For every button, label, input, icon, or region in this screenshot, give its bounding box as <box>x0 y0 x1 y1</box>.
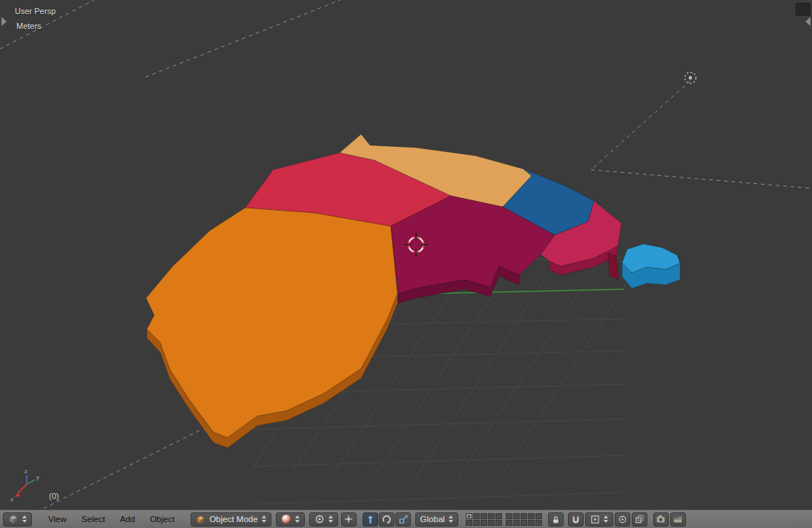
translate-icon <box>366 515 375 524</box>
rotate-icon <box>382 515 392 524</box>
layer-toggle[interactable] <box>481 513 487 519</box>
mode-select-value: Object Mode <box>209 515 257 524</box>
updown-arrows-icon <box>22 515 27 523</box>
updown-arrows-icon <box>329 515 333 523</box>
layer-toggle[interactable] <box>495 513 502 519</box>
snap-target-button[interactable] <box>615 512 630 527</box>
updown-arrows-icon <box>295 515 300 523</box>
snap-element-select[interactable] <box>585 512 613 527</box>
menu-view[interactable]: View <box>41 515 74 524</box>
layer-toggle[interactable] <box>466 513 472 519</box>
layer-toggle[interactable] <box>513 520 520 526</box>
layer-toggle[interactable] <box>506 520 512 526</box>
orientation-select[interactable]: Global <box>415 512 458 527</box>
menu-select[interactable]: Select <box>74 515 113 524</box>
layer-toggle[interactable] <box>495 520 502 526</box>
camera-icon <box>656 514 666 524</box>
layer-toggle[interactable] <box>521 513 527 519</box>
layer-toggle[interactable] <box>481 520 487 526</box>
object-mode-icon <box>196 515 205 524</box>
render-still-button[interactable] <box>653 512 669 527</box>
units-label: Meters <box>16 22 42 30</box>
manipulator-rotate-toggle[interactable] <box>379 512 395 527</box>
snap-toggle[interactable] <box>568 512 584 527</box>
layer-group-2 <box>506 513 542 526</box>
snap-peel-button[interactable] <box>632 512 647 527</box>
pivot-point-icon <box>314 514 325 524</box>
updown-arrows-icon <box>604 515 608 523</box>
sliver-dark[interactable] <box>608 253 618 280</box>
country-mesh[interactable] <box>146 134 680 448</box>
menu-object[interactable]: Object <box>142 515 182 524</box>
scene-lock-toggle[interactable] <box>548 512 564 527</box>
viewport-3d[interactable]: x y z <box>0 0 812 509</box>
region-west-orange[interactable] <box>146 208 397 438</box>
axis-x-label: x <box>10 496 13 503</box>
layer-toggle[interactable] <box>521 520 527 526</box>
updown-arrows-icon <box>262 515 266 523</box>
snap-element-icon <box>590 515 600 524</box>
viewport-header-bar: View Select Add Object Object Mode <box>0 509 812 528</box>
mode-select[interactable]: Object Mode <box>191 512 271 527</box>
editor-type-select[interactable] <box>3 512 32 527</box>
pivot-point-select[interactable] <box>309 512 338 527</box>
editor-type-icon <box>8 514 19 524</box>
magnet-icon <box>571 515 581 524</box>
axis-y-label: y <box>36 474 39 481</box>
view-name-label: User Persp <box>15 7 56 16</box>
updown-arrows-icon <box>449 515 453 523</box>
layer-toggle[interactable] <box>488 513 495 519</box>
scale-icon <box>398 515 408 524</box>
layer-toggle[interactable] <box>528 520 535 526</box>
toolshelf-expand-icon[interactable] <box>1 17 7 26</box>
layer-toggle[interactable] <box>488 520 495 526</box>
lamp-object[interactable] <box>685 73 696 84</box>
layer-toggle[interactable] <box>473 513 480 519</box>
snap-target-icon <box>618 515 627 524</box>
layers-widget <box>466 513 542 526</box>
layer-toggle[interactable] <box>466 520 472 526</box>
axis-z-label: z <box>24 468 27 475</box>
film-icon <box>673 514 683 524</box>
header-menus: View Select Add Object <box>41 515 182 524</box>
layer-toggle[interactable] <box>473 520 480 526</box>
lock-icon <box>551 515 561 524</box>
properties-expand-icon[interactable] <box>805 17 811 26</box>
layer-toggle[interactable] <box>535 513 542 519</box>
shading-sphere-icon <box>281 514 291 524</box>
region-corner-widget[interactable] <box>796 3 811 16</box>
layer-toggle[interactable] <box>513 513 520 519</box>
pivot-align-icon <box>344 515 353 524</box>
menu-add[interactable]: Add <box>113 515 142 524</box>
mini-axis-gizmo: x y z <box>10 468 39 503</box>
layer-toggle[interactable] <box>506 513 512 519</box>
blender-window: x y z User Persp Meters (0) View Select … <box>0 0 812 528</box>
manipulator-toggles <box>363 512 411 527</box>
snap-peel-icon <box>635 515 644 524</box>
object-info-label: (0) <box>49 492 59 501</box>
orientation-select-value: Global <box>420 515 445 524</box>
manipulator-scale-toggle[interactable] <box>395 512 411 527</box>
manipulator-translate-toggle[interactable] <box>363 512 378 527</box>
layer-group-1 <box>466 513 502 526</box>
pivot-align-toggle[interactable] <box>341 512 357 527</box>
layer-toggle[interactable] <box>528 513 535 519</box>
render-anim-button[interactable] <box>670 512 686 527</box>
viewport-shading-select[interactable] <box>276 512 305 527</box>
layer-toggle[interactable] <box>535 520 542 526</box>
